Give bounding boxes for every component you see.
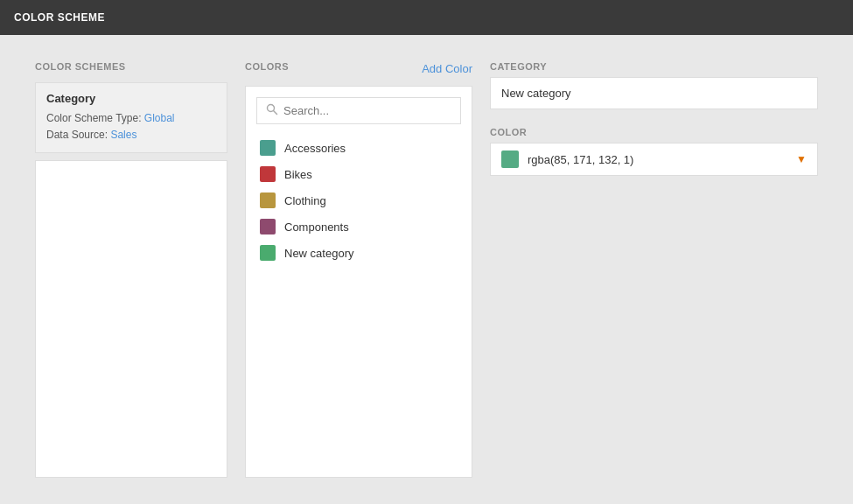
- color-item-label: New category: [284, 247, 353, 260]
- colors-list-panel: AccessoriesBikesClothingComponentsNew ca…: [245, 86, 472, 478]
- type-label: Color Scheme Type:: [46, 112, 142, 124]
- color-item[interactable]: Components: [256, 214, 461, 240]
- header-bar: COLOR SCHEME: [0, 0, 853, 35]
- color-item-swatch: [260, 166, 276, 182]
- category-field-label: CATEGORY: [490, 61, 818, 72]
- search-box[interactable]: [256, 97, 461, 124]
- datasource-label: Data Source:: [46, 129, 108, 141]
- color-select-swatch: [501, 150, 519, 168]
- color-item-label: Clothing: [284, 194, 326, 207]
- app-title: COLOR SCHEME: [14, 11, 105, 24]
- color-schemes-section-title: COLOR SCHEMES: [35, 61, 227, 72]
- color-item-label: Components: [284, 220, 349, 234]
- scheme-name: Category: [46, 92, 216, 105]
- panel-color-schemes: COLOR SCHEMES Category Color Scheme Type…: [35, 61, 227, 478]
- category-field-group: CATEGORY: [490, 61, 818, 109]
- scheme-empty-area: [35, 160, 227, 478]
- color-select-dropdown[interactable]: rgba(85, 171, 132, 1) ▼: [490, 143, 818, 176]
- main-content: COLOR SCHEMES Category Color Scheme Type…: [0, 35, 853, 504]
- color-field-label: COLOR: [490, 127, 818, 137]
- color-item[interactable]: New category: [256, 240, 461, 266]
- type-value: Global: [144, 112, 175, 124]
- search-icon: [266, 103, 278, 118]
- scheme-meta: Color Scheme Type: Global Data Source: S…: [46, 110, 216, 144]
- color-item-label: Accessories: [284, 142, 346, 155]
- scheme-item-category[interactable]: Category Color Scheme Type: Global Data …: [35, 82, 227, 153]
- colors-header-row: COLORS Add Color: [245, 61, 472, 75]
- colors-section-title: COLORS: [245, 61, 289, 72]
- color-item-swatch: [260, 219, 276, 234]
- search-input[interactable]: [283, 104, 451, 117]
- color-item[interactable]: Accessories: [256, 135, 461, 161]
- color-items-container: AccessoriesBikesClothingComponentsNew ca…: [256, 135, 461, 266]
- svg-line-1: [274, 111, 277, 115]
- color-field-group: COLOR rgba(85, 171, 132, 1) ▼: [490, 127, 818, 176]
- add-color-link[interactable]: Add Color: [422, 62, 472, 75]
- color-item[interactable]: Clothing: [256, 187, 461, 214]
- panel-colors: COLORS Add Color AccessoriesBikesClothin…: [245, 61, 472, 478]
- color-select-value: rgba(85, 171, 132, 1): [528, 153, 787, 166]
- dropdown-arrow-icon: ▼: [796, 153, 807, 165]
- category-field-input[interactable]: [490, 77, 818, 109]
- color-item-swatch: [260, 192, 276, 208]
- color-item[interactable]: Bikes: [256, 161, 461, 187]
- color-item-label: Bikes: [284, 168, 312, 181]
- color-item-swatch: [260, 140, 276, 156]
- color-item-swatch: [260, 245, 276, 261]
- panel-right: CATEGORY COLOR rgba(85, 171, 132, 1) ▼: [490, 61, 818, 478]
- datasource-value: Sales: [110, 129, 136, 141]
